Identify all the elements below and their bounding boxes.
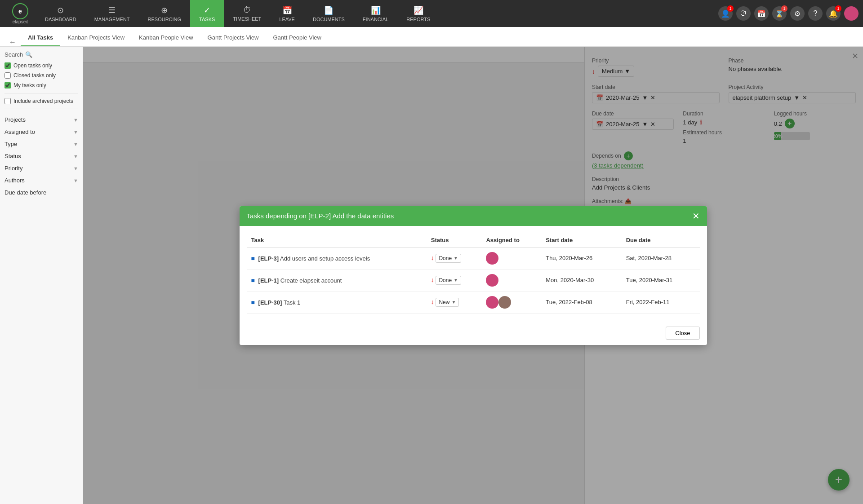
nav-timesheet[interactable]: ⏱TIMESHEET bbox=[224, 0, 270, 27]
priority-icon: ↓ bbox=[431, 276, 434, 283]
nav-resourcing[interactable]: ⊕RESOURCING bbox=[139, 0, 191, 27]
chevron-down-icon: ▼ bbox=[73, 166, 78, 171]
avatar-group bbox=[486, 296, 537, 309]
nav-dashboard[interactable]: ⊙DASHBOARD bbox=[36, 0, 85, 27]
search-label: Search bbox=[4, 51, 23, 58]
tab-all-tasks[interactable]: All Tasks bbox=[21, 30, 60, 46]
filter-projects[interactable]: Projects ▼ bbox=[4, 114, 78, 126]
col-assigned-to: Assigned to bbox=[481, 233, 541, 248]
tab-gantt-projects[interactable]: Gantt Projects View bbox=[200, 30, 266, 46]
task-type-icon: ■ bbox=[251, 299, 255, 306]
status-badge[interactable]: New ▼ bbox=[436, 298, 459, 307]
avatar bbox=[486, 296, 498, 309]
tab-kanban-people[interactable]: Kanban People View bbox=[132, 30, 200, 46]
nav-calendar-icon[interactable]: 📅 bbox=[754, 6, 769, 21]
due-date-cell: Tue, 2020-Mar-31 bbox=[622, 269, 700, 291]
due-date-cell: Fri, 2022-Feb-11 bbox=[622, 291, 700, 313]
include-archived-input[interactable] bbox=[4, 98, 11, 104]
user-avatar[interactable] bbox=[844, 6, 859, 21]
task-cell: ■ [ELP-3] Add users and setup access lev… bbox=[247, 247, 427, 269]
modal-table-body: ■ [ELP-3] Add users and setup access lev… bbox=[247, 247, 700, 313]
nav-timer-icon[interactable]: ⏱ bbox=[736, 6, 751, 21]
col-task: Task bbox=[247, 233, 427, 248]
chevron-down-icon: ▼ bbox=[73, 129, 78, 135]
modal-close-button[interactable]: ✕ bbox=[692, 212, 700, 221]
sub-nav: ← All Tasks Kanban Projects View Kanban … bbox=[0, 27, 863, 47]
assigned-cell bbox=[481, 247, 541, 269]
filter-due-date[interactable]: Due date before bbox=[4, 186, 78, 199]
top-nav: e elapseit ⊙DASHBOARD ☰MANAGEMENT ⊕RESOU… bbox=[0, 0, 863, 27]
nav-notifications-icon[interactable]: 🔔1 bbox=[826, 6, 841, 21]
open-tasks-input[interactable] bbox=[4, 62, 11, 69]
modal-close-button[interactable]: Close bbox=[666, 327, 699, 340]
tab-kanban-projects[interactable]: Kanban Projects View bbox=[60, 30, 132, 46]
modal-overlay: Tasks depending on [ELP-2] Add the data … bbox=[83, 47, 863, 504]
chevron-down-icon: ▼ bbox=[73, 117, 78, 123]
sidebar-divider-2 bbox=[4, 109, 78, 109]
priority-icon: ↓ bbox=[431, 254, 434, 261]
assigned-cell bbox=[481, 291, 541, 313]
status-cell: ↓ Done ▼ bbox=[427, 269, 482, 291]
nav-management[interactable]: ☰MANAGEMENT bbox=[85, 0, 139, 27]
include-archived-checkbox[interactable]: Include archived projects bbox=[4, 98, 78, 104]
filter-status[interactable]: Status ▼ bbox=[4, 150, 78, 162]
nav-leave[interactable]: 📅LEAVE bbox=[270, 0, 304, 27]
back-arrow[interactable]: ← bbox=[9, 38, 16, 46]
assigned-cell bbox=[481, 269, 541, 291]
status-badge[interactable]: Done ▼ bbox=[436, 254, 461, 263]
task-type-icon: ■ bbox=[251, 277, 255, 284]
start-date-cell: Mon, 2020-Mar-30 bbox=[541, 269, 622, 291]
modal-table: Task Status Assigned to Start date Due d… bbox=[247, 233, 700, 314]
table-row: ■ [ELP-30] Task 1 ↓ New ▼ bbox=[247, 291, 700, 313]
start-date-cell: Tue, 2022-Feb-08 bbox=[541, 291, 622, 313]
tab-gantt-people[interactable]: Gantt People View bbox=[266, 30, 328, 46]
avatar-group bbox=[486, 252, 537, 265]
nav-reports[interactable]: 📈REPORTS bbox=[397, 0, 439, 27]
avatar bbox=[486, 252, 498, 265]
nav-hourglass-icon[interactable]: ⌛1 bbox=[772, 6, 787, 21]
nav-documents[interactable]: 📄DOCUMENTS bbox=[304, 0, 354, 27]
app-logo[interactable]: e elapseit bbox=[4, 3, 36, 24]
nav-user-icon[interactable]: 👤1 bbox=[718, 6, 733, 21]
chevron-down-icon: ▼ bbox=[73, 178, 78, 183]
status-badge[interactable]: Done ▼ bbox=[436, 276, 461, 285]
task-cell: ■ [ELP-1] Create elapseit account bbox=[247, 269, 427, 291]
sidebar-divider-1 bbox=[4, 93, 78, 93]
col-status: Status bbox=[427, 233, 482, 248]
closed-tasks-input[interactable] bbox=[4, 72, 11, 79]
nav-settings-icon[interactable]: ⚙ bbox=[790, 6, 805, 21]
search-bar: Search 🔍 bbox=[4, 51, 78, 58]
task-cell: ■ [ELP-30] Task 1 bbox=[247, 291, 427, 313]
col-due-date: Due date bbox=[622, 233, 700, 248]
nav-right: 👤1 ⏱ 📅 ⌛1 ⚙ ? 🔔1 bbox=[718, 6, 859, 21]
filter-assigned-to[interactable]: Assigned to ▼ bbox=[4, 126, 78, 138]
modal-body: Task Status Assigned to Start date Due d… bbox=[240, 226, 707, 321]
my-tasks-checkbox[interactable]: My tasks only bbox=[4, 82, 78, 88]
task-type-icon: ■ bbox=[251, 255, 255, 262]
filter-priority[interactable]: Priority ▼ bbox=[4, 162, 78, 174]
content-area: ‹ › 100 items per page ✕ Priority ↓ Medi… bbox=[83, 47, 863, 504]
modal-title: Tasks depending on [ELP-2] Add the data … bbox=[247, 212, 394, 220]
filter-type[interactable]: Type ▼ bbox=[4, 138, 78, 150]
col-start-date: Start date bbox=[541, 233, 622, 248]
due-date-cell: Sat, 2020-Mar-28 bbox=[622, 247, 700, 269]
search-icon[interactable]: 🔍 bbox=[25, 51, 32, 58]
sidebar: Search 🔍 Open tasks only Closed tasks on… bbox=[0, 47, 83, 504]
avatar bbox=[486, 274, 498, 287]
modal-header: Tasks depending on [ELP-2] Add the data … bbox=[240, 206, 707, 226]
my-tasks-input[interactable] bbox=[4, 82, 11, 88]
open-tasks-checkbox[interactable]: Open tasks only bbox=[4, 62, 78, 69]
nav-tasks[interactable]: ✓TASKS bbox=[190, 0, 224, 27]
start-date-cell: Thu, 2020-Mar-26 bbox=[541, 247, 622, 269]
nav-help-icon[interactable]: ? bbox=[808, 6, 823, 21]
nav-items: ⊙DASHBOARD ☰MANAGEMENT ⊕RESOURCING ✓TASK… bbox=[36, 0, 718, 27]
closed-tasks-checkbox[interactable]: Closed tasks only bbox=[4, 72, 78, 79]
filter-authors[interactable]: Authors ▼ bbox=[4, 174, 78, 186]
chevron-down-icon: ▼ bbox=[73, 154, 78, 159]
modal-footer: Close bbox=[240, 321, 707, 345]
chevron-down-icon: ▼ bbox=[73, 141, 78, 147]
status-cell: ↓ New ▼ bbox=[427, 291, 482, 313]
avatar-group bbox=[486, 274, 537, 287]
modal-table-header: Task Status Assigned to Start date Due d… bbox=[247, 233, 700, 248]
nav-financial[interactable]: 📊FINANCIAL bbox=[354, 0, 397, 27]
